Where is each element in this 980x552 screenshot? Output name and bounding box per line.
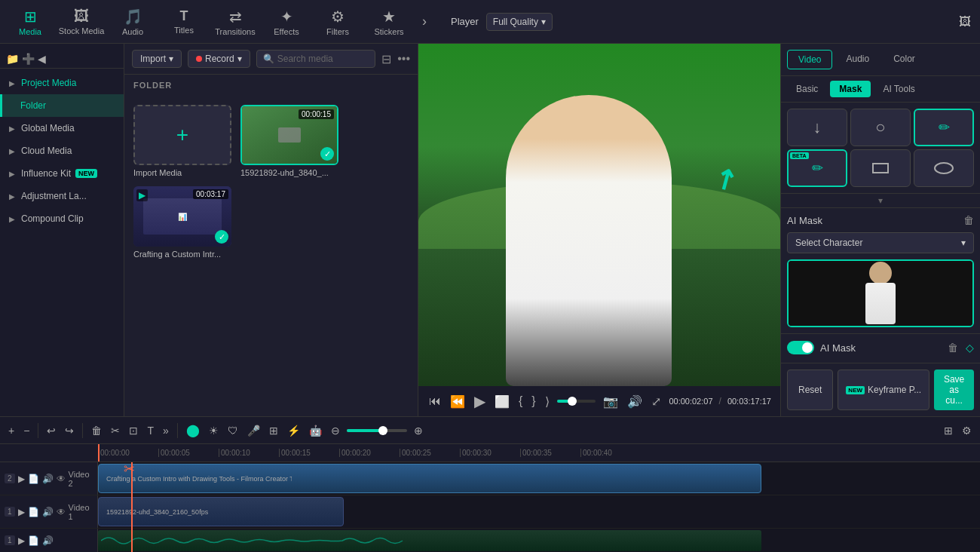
titles-icon: T bbox=[180, 8, 188, 24]
nav-transitions[interactable]: ⇄ Transitions bbox=[211, 2, 259, 41]
snapshot-button[interactable]: 📷 bbox=[602, 393, 620, 410]
subtab-basic[interactable]: Basic bbox=[787, 81, 827, 97]
ellipse-mask-button[interactable] bbox=[914, 149, 974, 187]
tl-undo-button[interactable]: ↩ bbox=[44, 422, 58, 439]
pen-mask-button[interactable]: ✏ bbox=[914, 109, 974, 146]
tab-video[interactable]: Video bbox=[787, 50, 832, 69]
video2-mute-button[interactable]: 🔊 bbox=[42, 474, 54, 484]
import-button[interactable]: Import ▾ bbox=[132, 50, 182, 68]
mark-options-icon[interactable]: ⟩ bbox=[544, 393, 551, 410]
tl-redo-button[interactable]: ↪ bbox=[63, 422, 76, 439]
keyframe-button[interactable]: NEW Keyframe P... bbox=[838, 370, 929, 410]
mark-out-button[interactable]: } bbox=[530, 393, 537, 409]
subtab-mask[interactable]: Mask bbox=[830, 81, 871, 97]
video2-track-content[interactable]: Crafting a Custom Intro with Drawing Too… bbox=[98, 462, 980, 495]
fullscreen-expand-button[interactable]: ⤢ bbox=[650, 393, 663, 410]
ai-mask-title: AI Mask bbox=[787, 215, 822, 226]
more-options-icon[interactable]: ••• bbox=[397, 52, 410, 66]
tl-effect-button[interactable]: ⚡ bbox=[285, 422, 302, 439]
sidebar-add-icon[interactable]: ➕ bbox=[22, 53, 35, 65]
sidebar-item-project-media[interactable]: ▶ Project Media bbox=[0, 72, 124, 94]
media-clip-1[interactable]: 00:00:15 ✓ 15921892-uhd_3840_... bbox=[240, 105, 338, 177]
volume-slider[interactable] bbox=[347, 429, 407, 432]
clip1-name: 15921892-uhd_3840_... bbox=[240, 168, 338, 177]
circle-mask-button[interactable]: ○ bbox=[850, 109, 911, 146]
ai-mask-delete-row-button[interactable]: 🗑 bbox=[946, 340, 960, 355]
player-image-toggle[interactable]: 🖼 bbox=[956, 12, 974, 32]
video2-clip[interactable]: Crafting a Custom Intro with Drawing Too… bbox=[98, 464, 761, 493]
media-clip-2[interactable]: ▶ 📊 00:03:17 ✓ Crafting a Custom Intr... bbox=[133, 186, 231, 259]
expand-icon[interactable]: ▾ bbox=[878, 195, 883, 206]
download-mask-button[interactable]: ↓ bbox=[787, 109, 847, 146]
nav-stickers[interactable]: ★ Stickers bbox=[365, 2, 413, 41]
nav-filters[interactable]: ⚙ Filters bbox=[314, 2, 362, 41]
audio-toggle-button[interactable]: 🔊 bbox=[626, 393, 644, 410]
video1-clip[interactable]: 15921892-uhd_3840_2160_50fps bbox=[98, 497, 344, 526]
tl-text-button[interactable]: T bbox=[145, 422, 156, 439]
audio1-track-content[interactable] bbox=[98, 529, 980, 552]
save-as-button[interactable]: Save as cu... bbox=[934, 370, 974, 410]
tl-cut-button[interactable]: ✂ bbox=[109, 422, 122, 439]
audio1-mute-button[interactable]: 🔊 bbox=[42, 535, 54, 546]
nav-more-button[interactable]: › bbox=[416, 14, 433, 29]
video1-mute-button[interactable]: 🔊 bbox=[42, 507, 54, 517]
filter-icon[interactable]: ⊟ bbox=[381, 52, 391, 66]
tl-mic-button[interactable]: 🎤 bbox=[245, 422, 262, 439]
subtab-ai-tools[interactable]: AI Tools bbox=[874, 81, 923, 97]
progress-bar[interactable] bbox=[557, 400, 596, 403]
character-thumbnail[interactable] bbox=[787, 259, 974, 327]
nav-media[interactable]: ⊞ Media bbox=[6, 2, 54, 41]
import-media-item[interactable]: + Import Media bbox=[133, 105, 231, 177]
sidebar-item-adjustment[interactable]: ▶ Adjustment La... bbox=[0, 185, 124, 207]
tl-trim-button[interactable]: ⊡ bbox=[127, 422, 140, 439]
ai-mask-delete-button[interactable]: 🗑 bbox=[963, 214, 974, 226]
play-button[interactable]: ▶ bbox=[473, 391, 487, 412]
volume-fill bbox=[347, 429, 383, 432]
sidebar-add-folder-icon[interactable]: 📁 bbox=[6, 53, 19, 65]
diamond-icon[interactable]: ◇ bbox=[966, 342, 974, 354]
ai-mask-toggle[interactable] bbox=[787, 341, 814, 354]
tl-settings-button[interactable]: ⚙ bbox=[960, 422, 974, 439]
sidebar-item-compound-clip[interactable]: ▶ Compound Clip bbox=[0, 207, 124, 230]
rect-mask-button[interactable] bbox=[850, 149, 911, 187]
tl-minus-circle-button[interactable]: ⊖ bbox=[329, 422, 342, 439]
sidebar-item-folder[interactable]: Folder bbox=[0, 94, 124, 117]
nav-stock-media[interactable]: 🖼 Stock Media bbox=[57, 2, 106, 41]
mark-in-button[interactable]: { bbox=[517, 393, 524, 409]
tl-add-track-button[interactable]: + bbox=[6, 422, 17, 439]
tl-grid-button[interactable]: ⊞ bbox=[942, 422, 955, 439]
nav-audio[interactable]: 🎵 Audio bbox=[109, 2, 157, 41]
fullscreen-button[interactable]: ⬜ bbox=[493, 393, 511, 410]
video2-eye-button[interactable]: 👁 bbox=[57, 474, 66, 484]
tl-ai-button[interactable]: 🤖 bbox=[307, 422, 324, 439]
tab-color[interactable]: Color bbox=[883, 50, 926, 69]
record-button[interactable]: Record ▾ bbox=[188, 50, 250, 68]
nav-titles[interactable]: T Titles bbox=[160, 2, 208, 41]
video1-play-icon: ▶ bbox=[18, 507, 25, 517]
tl-highlight-button[interactable]: ⬤ bbox=[184, 421, 202, 440]
tab-audio[interactable]: Audio bbox=[835, 50, 880, 69]
select-character-dropdown[interactable]: Select Character ▾ bbox=[787, 232, 974, 253]
tl-delete-button[interactable]: 🗑 bbox=[89, 422, 104, 439]
sidebar-item-influence-kit[interactable]: ▶ Influence Kit NEW bbox=[0, 162, 124, 185]
sidebar-item-cloud-media[interactable]: ▶ Cloud Media bbox=[0, 140, 124, 162]
video1-track-content[interactable]: 15921892-uhd_3840_2160_50fps bbox=[98, 495, 980, 528]
prev-frame-button[interactable]: ⏮ bbox=[427, 393, 443, 409]
audio1-clip[interactable] bbox=[98, 530, 761, 551]
sidebar-collapse-icon[interactable]: ◀ bbox=[38, 53, 46, 65]
tl-shield-button[interactable]: 🛡 bbox=[225, 422, 240, 439]
tl-plus-circle-button[interactable]: ⊕ bbox=[412, 422, 425, 439]
tl-sun-button[interactable]: ☀ bbox=[207, 422, 221, 439]
nav-effects[interactable]: ✦ Effects bbox=[262, 2, 311, 41]
step-back-button[interactable]: ⏪ bbox=[449, 393, 467, 410]
tl-split-button[interactable]: ⊞ bbox=[267, 422, 280, 439]
reset-button[interactable]: Reset bbox=[787, 370, 833, 410]
video1-eye-button[interactable]: 👁 bbox=[57, 507, 66, 517]
quality-dropdown[interactable]: Full Quality ▾ bbox=[486, 13, 553, 31]
tl-remove-track-button[interactable]: − bbox=[21, 422, 32, 439]
ai-mask-button[interactable]: ✏ bbox=[787, 149, 847, 187]
import-chevron-icon: ▾ bbox=[169, 54, 173, 64]
tl-more-button[interactable]: » bbox=[161, 422, 171, 439]
search-bar[interactable]: 🔍 Search media bbox=[256, 50, 375, 68]
sidebar-item-global-media[interactable]: ▶ Global Media bbox=[0, 117, 124, 140]
